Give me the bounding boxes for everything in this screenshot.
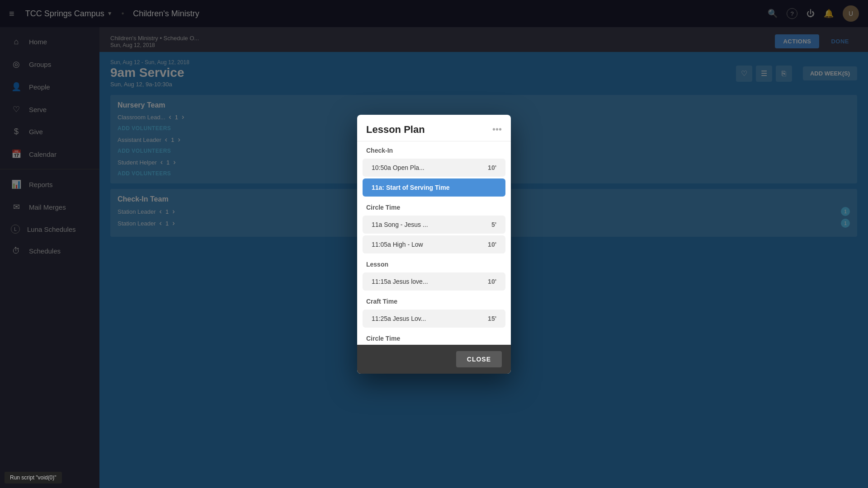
jesus-love-label: 11:15a Jesus love... [372,278,428,285]
modal-item-serving-time[interactable]: 11a: Start of Serving Time [363,178,505,197]
modal-item-open-play[interactable]: 10:50a Open Pla... 10' [363,159,505,177]
modal-overlay[interactable]: Lesson Plan ••• Check-In 10:50a Open Pla… [0,0,868,488]
lesson-plan-modal: Lesson Plan ••• Check-In 10:50a Open Pla… [357,115,511,374]
modal-item-jesus-love[interactable]: 11:15a Jesus love... 10' [363,272,505,291]
modal-item-jesus-lov[interactable]: 11:25a Jesus Lov... 15' [363,310,505,328]
serving-time-label: 11a: Start of Serving Time [372,184,449,191]
modal-title: Lesson Plan [366,124,425,136]
modal-section-circle-time: Circle Time [357,198,511,214]
jesus-love-duration: 10' [488,278,496,285]
modal-section-lesson: Lesson [357,255,511,271]
jesus-lov-label: 11:25a Jesus Lov... [372,315,426,322]
modal-close-button[interactable]: CLOSE [456,351,502,367]
modal-footer: CLOSE [357,345,511,374]
modal-section-circle-time-2: Circle Time [357,329,511,345]
modal-header: Lesson Plan ••• [357,115,511,141]
high-low-duration: 10' [488,241,496,248]
jesus-song-duration: 5' [491,221,496,228]
jesus-lov-duration: 15' [488,315,496,322]
modal-more-button[interactable]: ••• [492,124,502,135]
modal-section-craft-time: Craft Time [357,292,511,308]
open-play-label: 10:50a Open Pla... [372,164,425,171]
modal-body: Check-In 10:50a Open Pla... 10' 11a: Sta… [357,141,511,345]
open-play-duration: 10' [488,164,496,171]
jesus-song-label: 11a Song - Jesus ... [372,221,428,228]
modal-item-high-low[interactable]: 11:05a High - Low 10' [363,235,505,253]
modal-item-jesus-song[interactable]: 11a Song - Jesus ... 5' [363,216,505,234]
high-low-label: 11:05a High - Low [372,241,423,248]
modal-section-check-in: Check-In [357,141,511,157]
script-banner: Run script "void(0)" [5,472,62,483]
